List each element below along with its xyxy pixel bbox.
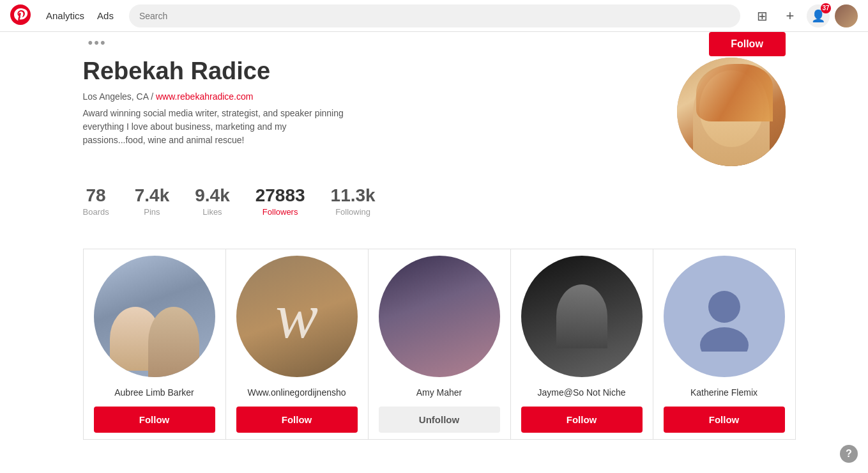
stat-item-likes[interactable]: 9.4k Likes: [195, 185, 230, 217]
svg-point-2: [700, 327, 749, 352]
pinterest-logo[interactable]: [10, 4, 31, 27]
follower-follow-button[interactable]: Follow: [521, 407, 643, 433]
svg-point-1: [708, 291, 740, 323]
stat-item-boards[interactable]: 78 Boards: [83, 185, 109, 217]
stat-num: 11.3k: [331, 185, 376, 206]
profile-avatar: [677, 58, 786, 166]
follower-follow-button[interactable]: Follow: [664, 407, 785, 433]
follower-name: Amy Maher: [416, 387, 462, 398]
stat-item-pins[interactable]: 7.4k Pins: [135, 185, 170, 217]
profile-name: Rebekah Radice: [83, 58, 651, 85]
stats-row: 78 Boards 7.4k Pins 9.4k Likes 27883 Fol…: [83, 185, 786, 217]
search-input[interactable]: [129, 4, 740, 27]
follower-follow-button[interactable]: Unfollow: [379, 407, 500, 433]
follow-button-top[interactable]: Follow: [709, 32, 786, 56]
notification-badge: 37: [821, 3, 831, 13]
user-avatar-button[interactable]: [835, 4, 858, 27]
follower-follow-button[interactable]: Follow: [236, 407, 358, 433]
three-dots-menu[interactable]: •••: [83, 32, 112, 54]
follower-card: Aubree Limb Barker Follow: [83, 249, 225, 440]
stat-num: 27883: [255, 185, 305, 206]
stat-num: 78: [86, 185, 106, 206]
nav-analytics[interactable]: Analytics: [41, 8, 89, 24]
notifications-button[interactable]: 👤 37: [807, 4, 830, 27]
main-content: ••• Follow Rebekah Radice Los Angeles, C…: [0, 32, 868, 440]
svg-point-0: [10, 4, 31, 25]
profile-info: Rebekah Radice Los Angeles, CA / www.reb…: [83, 58, 651, 147]
stat-label: Likes: [202, 207, 222, 217]
add-button[interactable]: +: [779, 4, 802, 27]
nav-ads[interactable]: Ads: [92, 8, 119, 24]
followers-grid: Aubree Limb Barker Follow w Www.onlinego…: [83, 249, 786, 440]
follower-follow-button[interactable]: Follow: [94, 407, 215, 433]
follower-avatar: [664, 256, 785, 377]
follower-avatar: [379, 256, 500, 377]
follower-card: Jayme@So Not Niche Follow: [510, 249, 653, 440]
header: Analytics Ads ⊞ + 👤 37: [0, 0, 868, 32]
stat-label: Boards: [83, 207, 109, 217]
grid-view-button[interactable]: ⊞: [750, 4, 773, 27]
profile-bio: Award winning social media writer, strat…: [83, 107, 351, 147]
profile-website[interactable]: www.rebekahradice.com: [156, 91, 254, 102]
follower-card: Amy Maher Unfollow: [368, 249, 510, 440]
stat-num: 9.4k: [195, 185, 230, 206]
profile-location: Los Angeles, CA / www.rebekahradice.com: [83, 91, 651, 102]
follower-avatar: [521, 256, 643, 377]
stat-num: 7.4k: [135, 185, 170, 206]
follower-card: Katherine Flemix Follow: [653, 249, 796, 440]
profile-section: ••• Follow Rebekah Radice Los Angeles, C…: [83, 32, 786, 229]
follower-name: Jayme@So Not Niche: [538, 387, 626, 398]
stat-label: Followers: [263, 207, 298, 217]
nav: Analytics Ads: [41, 8, 119, 24]
follower-avatar: [94, 256, 215, 377]
follower-name: Aubree Limb Barker: [114, 387, 194, 398]
follower-avatar: w: [236, 256, 358, 377]
follower-card: w Www.onlinegordijnensho Follow: [225, 249, 368, 440]
stat-item-followers[interactable]: 27883 Followers: [255, 185, 305, 217]
follower-name: Www.onlinegordijnensho: [247, 387, 346, 398]
profile-top: Rebekah Radice Los Angeles, CA / www.reb…: [83, 58, 786, 166]
header-icons: ⊞ + 👤 37: [750, 4, 858, 27]
stat-label: Pins: [144, 207, 160, 217]
follower-name: Katherine Flemix: [690, 387, 758, 398]
follow-button-top-container: Follow: [709, 32, 786, 56]
stat-label: Following: [335, 207, 370, 217]
stat-item-following[interactable]: 11.3k Following: [331, 185, 376, 217]
